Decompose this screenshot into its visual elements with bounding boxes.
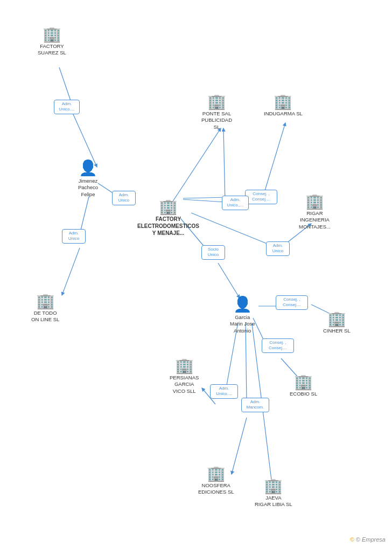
- svg-line-7: [264, 123, 285, 194]
- copyright-symbol: ©: [350, 536, 354, 543]
- node-ponte-sal: 🏢 PONTE SAL PUBLICIDAD SL: [201, 94, 232, 130]
- label-indugarma: INDUGARMA SL: [264, 110, 303, 117]
- label-de-todo: DE TODO ON LINE SL: [31, 310, 59, 323]
- node-factory-electro: 🏢 FACTORY ELECTRODOMESTICOS Y MENAJE...: [137, 199, 199, 237]
- person-icon-garcia: 👤: [233, 295, 252, 313]
- badge-adm-unico-5[interactable]: Adm. Unico: [266, 241, 290, 256]
- building-icon-ecobio: 🏢: [294, 375, 313, 390]
- label-persianas: PERSIANAS GARCIA VICO SLL: [170, 375, 199, 394]
- node-cinher: 🏢 CINHER SL: [323, 311, 351, 334]
- badge-adm-unico-1[interactable]: Adm. Unico....: [54, 100, 80, 114]
- node-persianas: 🏢 PERSIANAS GARCIA VICO SLL: [170, 358, 199, 394]
- svg-line-5: [172, 128, 221, 202]
- building-icon-ponte-sal: 🏢: [207, 94, 226, 109]
- badge-consej-3[interactable]: Consej. , Consej....: [262, 338, 294, 353]
- svg-line-11: [218, 263, 240, 298]
- badge-adm-unico-6[interactable]: Adm. Unico....: [210, 384, 238, 399]
- label-ponte-sal: PONTE SAL PUBLICIDAD SL: [201, 110, 232, 130]
- label-cinher: CINHER SL: [323, 328, 351, 334]
- watermark-text: © Empresa: [356, 536, 386, 543]
- node-garcia: 👤 Garcia Marin Jose Antonio: [230, 295, 255, 334]
- label-ecobio: ECOBIO SL: [290, 391, 317, 397]
- node-de-todo: 🏢 DE TODO ON LINE SL: [31, 294, 59, 323]
- svg-line-20: [246, 322, 247, 401]
- label-noosfera: NOOSFERA EDICIONES SL: [198, 482, 234, 496]
- building-icon-cinher: 🏢: [327, 311, 346, 327]
- badge-consej-2[interactable]: Consej. , Consej....: [276, 295, 308, 310]
- label-jimenez: Jimenez Pacheco Felipe: [78, 178, 98, 198]
- node-indugarma: 🏢 INDUGARMA SL: [264, 94, 303, 117]
- svg-line-12: [191, 213, 271, 245]
- svg-line-9: [223, 128, 225, 202]
- building-icon-rigar: 🏢: [305, 194, 324, 209]
- building-icon-noosfera: 🏢: [207, 466, 226, 481]
- building-icon-de-todo: 🏢: [36, 294, 55, 309]
- node-factory-suarez: 🏢 FACTORY SUAREZ SL: [38, 27, 66, 57]
- node-jaeva: 🏢 JAEVA RIGAR LIBIA SL: [255, 479, 292, 508]
- person-icon-jimenez: 👤: [79, 159, 97, 177]
- node-rigar: 🏢 RIGAR INGENIERIA MONTAJES...: [299, 194, 331, 230]
- node-noosfera: 🏢 NOOSFERA EDICIONES SL: [198, 466, 234, 496]
- badge-adm-mancom[interactable]: Adm. Mancom.: [241, 398, 269, 412]
- building-icon-factory-suarez: 🏢: [43, 27, 61, 42]
- badge-adm-unico-4[interactable]: Adm. Unico,,...: [222, 196, 249, 210]
- building-icon-jaeva: 🏢: [264, 479, 283, 494]
- node-ecobio: 🏢 ECOBIO SL: [290, 375, 317, 397]
- badge-adm-unico-2[interactable]: Adm. Unico: [112, 191, 136, 205]
- label-factory-electro: FACTORY ELECTRODOMESTICOS Y MENAJE...: [137, 216, 199, 237]
- watermark: © © Empresa: [350, 536, 386, 543]
- building-icon-persianas: 🏢: [175, 358, 194, 373]
- badge-consej-1[interactable]: Consej. , Consej....: [245, 190, 277, 204]
- label-jaeva: JAEVA RIGAR LIBIA SL: [255, 495, 292, 508]
- badge-socio-unico[interactable]: Socio Unico: [201, 245, 225, 260]
- label-factory-suarez: FACTORY SUAREZ SL: [38, 43, 66, 57]
- label-rigar: RIGAR INGENIERIA MONTAJES...: [299, 210, 331, 230]
- label-garcia: Garcia Marin Jose Antonio: [230, 314, 255, 334]
- node-jimenez: 👤 Jimenez Pacheco Felipe: [78, 159, 98, 198]
- building-icon-factory-electro: 🏢: [159, 199, 178, 214]
- badge-adm-unico-3[interactable]: Adm. Unico: [62, 229, 86, 244]
- svg-line-4: [62, 248, 80, 295]
- building-icon-indugarma: 🏢: [274, 94, 292, 109]
